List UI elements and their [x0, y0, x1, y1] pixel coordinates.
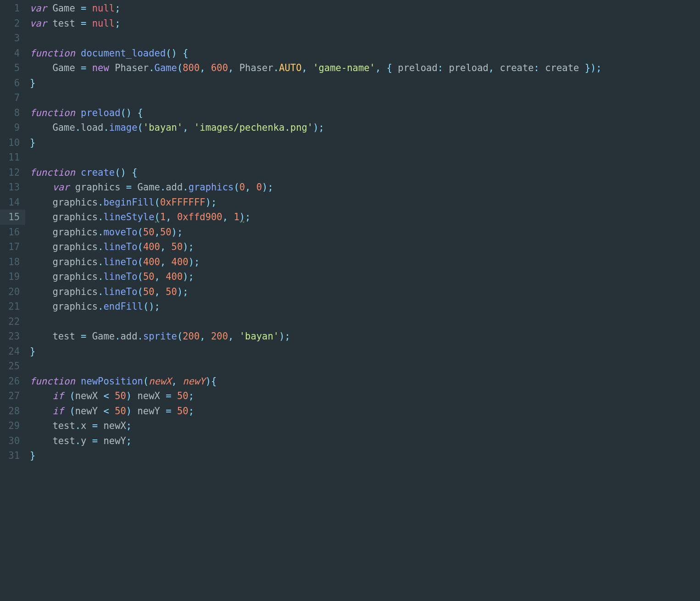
line-number[interactable]: 2	[0, 16, 25, 31]
token-op: ,	[302, 62, 307, 73]
token-op: });	[585, 62, 602, 73]
code-line[interactable]: function document_loaded() {	[30, 46, 602, 61]
code-line[interactable]: test.x = newX;	[30, 418, 602, 434]
code-line[interactable]	[30, 150, 602, 165]
token-num: 200	[211, 331, 228, 342]
line-number[interactable]: 7	[0, 90, 25, 106]
code-line[interactable]: graphics.moveTo(50,50);	[30, 225, 602, 240]
code-line[interactable]: graphics.lineStyle(1, 0xffd900, 1);	[30, 210, 602, 225]
token-str: 'bayan'	[143, 122, 183, 133]
line-number[interactable]: 23	[0, 329, 25, 344]
token-sp	[30, 331, 52, 342]
line-number[interactable]: 4	[0, 46, 25, 61]
token-op: {	[138, 107, 143, 118]
token-op: .	[103, 122, 109, 133]
line-number[interactable]: 11	[0, 150, 25, 165]
code-line[interactable]: Game.load.image('bayan', 'images/pechenk…	[30, 120, 602, 135]
code-line[interactable]: if (newX < 50) newX = 50;	[30, 389, 602, 404]
code-line[interactable]: graphics.endFill();	[30, 299, 602, 314]
line-number[interactable]: 18	[0, 255, 25, 270]
code-line[interactable]: function newPosition(newX, newY){	[30, 374, 602, 389]
line-number[interactable]: 19	[0, 269, 25, 284]
token-ident: graphics	[52, 211, 98, 223]
token-op: ()	[166, 48, 177, 59]
token-func: image	[109, 122, 138, 133]
token-sp	[132, 182, 137, 193]
token-op: ,	[172, 376, 177, 387]
token-sp	[86, 331, 92, 342]
code-line[interactable]: graphics.beginFill(0xFFFFFF);	[30, 195, 602, 210]
code-line[interactable]: var test = null;	[30, 16, 602, 31]
line-number[interactable]: 26	[0, 374, 25, 389]
code-line[interactable]	[30, 31, 602, 46]
token-num: 400	[172, 256, 189, 267]
line-number[interactable]: 29	[0, 418, 25, 434]
code-line[interactable]: var graphics = Game.add.graphics(0, 0);	[30, 180, 602, 195]
line-number[interactable]: 27	[0, 389, 25, 404]
code-line[interactable]: function create() {	[30, 165, 602, 180]
line-number[interactable]: 12	[0, 165, 25, 180]
code-line[interactable]	[30, 359, 602, 374]
code-line[interactable]: test.y = newY;	[30, 434, 602, 449]
code-line[interactable]: graphics.lineTo(50, 400);	[30, 269, 602, 284]
line-number[interactable]: 6	[0, 76, 25, 91]
line-number[interactable]: 25	[0, 359, 25, 374]
token-sp	[98, 435, 103, 446]
code-line[interactable]	[30, 90, 602, 106]
line-number[interactable]: 30	[0, 434, 25, 449]
line-number[interactable]: 24	[0, 344, 25, 359]
code-editor[interactable]: 1234567891011121314151617181920212223242…	[0, 0, 700, 601]
token-sp	[75, 48, 81, 59]
token-sp	[121, 182, 126, 193]
line-number[interactable]: 3	[0, 31, 25, 46]
code-line[interactable]: function preload() {	[30, 106, 602, 121]
token-sp	[206, 331, 211, 342]
token-op: =	[92, 435, 98, 446]
token-funcdef: create	[81, 167, 115, 178]
token-op: {	[132, 167, 137, 178]
token-sp	[392, 62, 398, 73]
token-op: (	[69, 406, 75, 417]
code-line[interactable]: graphics.lineTo(400, 50);	[30, 239, 602, 255]
token-num: 50	[166, 286, 177, 297]
line-number[interactable]: 28	[0, 404, 25, 419]
token-num: 0xffd900	[177, 211, 222, 223]
token-ident: graphics	[52, 197, 98, 208]
code-line[interactable]: var Game = null;	[30, 1, 602, 16]
line-number[interactable]: 16	[0, 225, 25, 240]
code-line[interactable]: graphics.lineTo(50, 50);	[30, 284, 602, 300]
line-number[interactable]: 14	[0, 195, 25, 210]
code-line[interactable]: graphics.lineTo(400, 400);	[30, 255, 602, 270]
line-number-gutter[interactable]: 1234567891011121314151617181920212223242…	[0, 0, 25, 601]
line-number[interactable]: 1	[0, 1, 25, 16]
token-ident: newX	[138, 390, 160, 401]
code-area[interactable]: var Game = null;var test = null;function…	[25, 0, 602, 601]
line-number[interactable]: 31	[0, 448, 25, 463]
token-op: .	[75, 122, 81, 133]
code-line[interactable]: Game = new Phaser.Game(800, 600, Phaser.…	[30, 61, 602, 76]
line-number[interactable]: 17	[0, 239, 25, 255]
code-line[interactable]: if (newY < 50) newY = 50;	[30, 404, 602, 419]
token-func: lineTo	[103, 271, 137, 282]
line-number[interactable]: 9	[0, 120, 25, 135]
code-line[interactable]: }	[30, 76, 602, 91]
line-number[interactable]: 8	[0, 106, 25, 121]
code-line[interactable]: test = Game.add.sprite(200, 200, 'bayan'…	[30, 329, 602, 344]
line-number[interactable]: 15	[0, 210, 25, 225]
line-number[interactable]: 10	[0, 135, 25, 150]
line-number[interactable]: 22	[0, 314, 25, 329]
token-ident: graphics	[52, 286, 98, 297]
token-op: (	[138, 122, 143, 133]
code-line[interactable]: }	[30, 344, 602, 359]
token-ident: graphics	[52, 227, 98, 238]
code-line[interactable]: }	[30, 448, 602, 463]
line-number[interactable]: 21	[0, 299, 25, 314]
code-line[interactable]	[30, 314, 602, 329]
token-ident: preload	[449, 62, 488, 73]
line-number[interactable]: 20	[0, 284, 25, 300]
token-op: ,	[155, 227, 160, 238]
line-number[interactable]: 5	[0, 61, 25, 76]
line-number[interactable]: 13	[0, 180, 25, 195]
code-line[interactable]: }	[30, 135, 602, 150]
token-func: lineStyle	[103, 211, 154, 223]
